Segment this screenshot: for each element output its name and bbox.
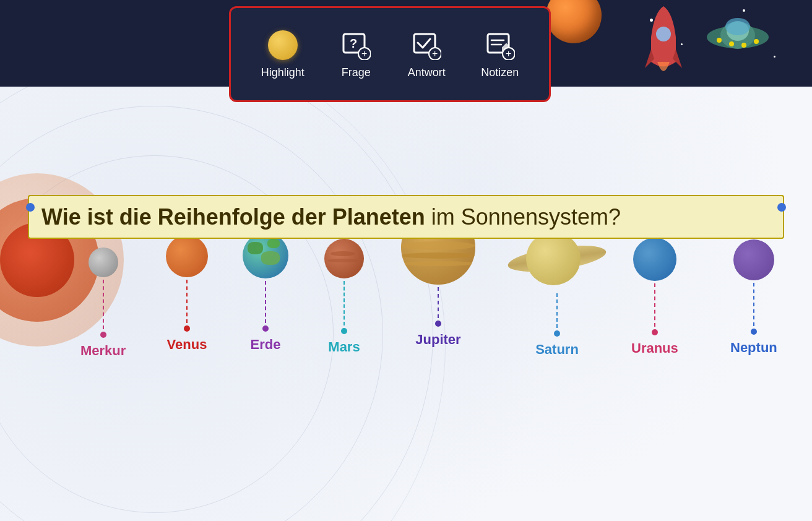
selection-dot-right xyxy=(777,203,786,212)
mars-sphere xyxy=(324,239,364,278)
highlight-icon xyxy=(267,29,299,61)
antwort-label: Antwort xyxy=(408,66,446,79)
notizen-icon: + xyxy=(484,29,516,61)
svg-point-7 xyxy=(754,39,759,44)
toolbar-popup: Highlight ? + Frage + Antwort xyxy=(229,6,551,102)
question-text: Wie ist die Reihenfolge der Planeten im … xyxy=(41,204,621,230)
neptun-line xyxy=(753,283,754,326)
mars-line xyxy=(343,281,345,325)
planet-mars: Mars xyxy=(324,239,364,355)
venus-label: Venus xyxy=(167,337,207,353)
deco-planet-orange xyxy=(546,0,602,43)
planet-merkur: Merkur xyxy=(80,248,126,359)
jupiter-line xyxy=(438,287,439,318)
notizen-label: Notizen xyxy=(481,66,519,79)
merkur-line xyxy=(103,280,104,329)
svg-point-5 xyxy=(729,41,734,46)
erde-sphere xyxy=(243,233,288,278)
antwort-button[interactable]: + Antwort xyxy=(398,24,456,84)
star-6 xyxy=(774,56,775,58)
erde-dot xyxy=(262,325,269,332)
frage-label: Frage xyxy=(342,66,371,79)
neptun-label: Neptun xyxy=(730,340,777,356)
notizen-button[interactable]: + Notizen xyxy=(471,24,529,84)
uranus-sphere xyxy=(633,238,676,281)
planet-uranus: Uranus xyxy=(631,238,678,356)
selection-dot-left xyxy=(26,203,35,212)
main-content: Wie ist die Reihenfolge der Planeten im … xyxy=(0,87,812,521)
svg-point-6 xyxy=(741,43,746,48)
svg-text:+: + xyxy=(432,48,438,59)
svg-point-4 xyxy=(717,38,722,43)
planet-venus: Venus xyxy=(166,235,208,353)
svg-point-8 xyxy=(656,27,671,41)
uranus-line xyxy=(654,283,655,327)
erde-label: Erde xyxy=(251,337,281,353)
frage-icon: ? + xyxy=(340,29,372,61)
question-box: Wie ist die Reihenfolge der Planeten im … xyxy=(28,195,784,239)
planet-erde: Erde xyxy=(243,233,288,353)
venus-dot xyxy=(184,325,190,332)
venus-line xyxy=(186,280,188,323)
question-normal-part: im Sonnensystem? xyxy=(425,204,621,230)
ufo-decoration xyxy=(701,9,775,55)
mars-label: Mars xyxy=(328,339,360,355)
neptun-dot xyxy=(751,329,757,335)
question-bold-part: Wie ist die Reihenfolge der Planeten xyxy=(41,204,425,230)
rocket-decoration xyxy=(645,0,682,83)
merkur-sphere xyxy=(89,248,118,277)
neptun-sphere xyxy=(733,239,774,280)
saturn-line xyxy=(556,293,558,328)
mars-dot xyxy=(341,328,347,334)
highlight-button[interactable]: Highlight xyxy=(251,24,314,84)
saturn-label: Saturn xyxy=(535,342,579,358)
planet-saturn: Saturn xyxy=(508,229,607,358)
svg-text:+: + xyxy=(361,48,367,59)
saturn-dot xyxy=(554,330,560,337)
uranus-label: Uranus xyxy=(631,340,678,356)
erde-line xyxy=(265,281,266,323)
svg-point-3 xyxy=(725,18,750,35)
merkur-dot xyxy=(100,332,106,338)
svg-text:?: ? xyxy=(350,37,357,50)
uranus-dot xyxy=(652,329,658,335)
jupiter-label: Jupiter xyxy=(415,332,460,348)
antwort-icon: + xyxy=(410,29,443,61)
planet-neptun: Neptun xyxy=(730,239,777,356)
frage-button[interactable]: ? + Frage xyxy=(330,24,382,84)
venus-sphere xyxy=(166,235,208,277)
jupiter-dot xyxy=(435,321,441,327)
highlight-label: Highlight xyxy=(261,66,304,79)
svg-text:+: + xyxy=(506,48,511,59)
merkur-label: Merkur xyxy=(80,343,126,359)
